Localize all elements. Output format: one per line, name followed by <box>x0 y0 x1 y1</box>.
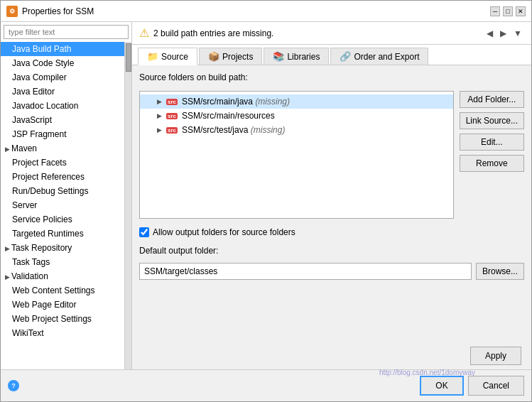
edit-button[interactable]: Edit... <box>460 134 524 151</box>
warning-bar: ⚠ 2 build path entries are missing. ◀ ▶ … <box>132 22 531 45</box>
sidebar-item-run-debug-settings[interactable]: Run/Debug Settings <box>1 184 124 198</box>
help-icon-label: ? <box>11 382 16 389</box>
tree-arrow-0: ▶ <box>157 98 162 105</box>
help-icon[interactable]: ? <box>8 380 19 391</box>
nav-scrollbar[interactable] <box>124 42 131 369</box>
output-folder-input[interactable] <box>139 263 472 280</box>
sidebar-item-web-project-settings[interactable]: Web Project Settings <box>1 312 124 326</box>
src-badge-1: src <box>166 113 178 119</box>
tree-item-label-2: SSM/src/test/java (missing) <box>182 125 285 135</box>
dialog-title: Properties for SSM <box>22 6 94 16</box>
ok-button[interactable]: OK <box>420 376 463 396</box>
warning-icon: ⚠ <box>139 26 149 40</box>
sidebar-item-java-code-style[interactable]: Java Code Style <box>1 56 124 70</box>
sidebar-item-server[interactable]: Server <box>1 198 124 212</box>
src-badge-2: src <box>166 127 178 134</box>
sidebar-item-wikitext[interactable]: WikiText <box>1 326 124 340</box>
libraries-tab-icon: 📚 <box>273 51 284 62</box>
sidebar-item-jsp-fragment[interactable]: JSP Fragment <box>1 127 124 141</box>
tab-source-label: Source <box>161 52 188 62</box>
src-badge-0: src <box>166 99 178 105</box>
source-tree[interactable]: ▶ src SSM/src/main/java (missing) ▶ src … <box>139 91 454 219</box>
output-label: Default output folder: <box>139 246 524 256</box>
nav-back-button[interactable]: ◀ <box>484 27 495 40</box>
sidebar-item-maven[interactable]: ▶Maven <box>1 141 124 156</box>
apply-button[interactable]: Apply <box>470 347 521 365</box>
sidebar-item-java-editor[interactable]: Java Editor <box>1 85 124 99</box>
title-bar: ⚙ Properties for SSM ─ □ ✕ <box>1 1 531 22</box>
sidebar-item-web-content-settings[interactable]: Web Content Settings <box>1 283 124 298</box>
maximize-button[interactable]: □ <box>503 6 513 16</box>
tree-item-0[interactable]: ▶ src SSM/src/main/java (missing) <box>140 94 453 109</box>
tab-order-export-label: Order and Export <box>354 52 419 62</box>
tab-libraries-label: Libraries <box>287 52 320 62</box>
remove-button[interactable]: Remove <box>460 155 524 172</box>
browse-button[interactable]: Browse... <box>476 263 524 280</box>
navigation-arrows: ◀ ▶ ▼ <box>484 27 524 40</box>
title-bar-left: ⚙ Properties for SSM <box>6 6 94 17</box>
tab-projects[interactable]: 📦 Projects <box>199 48 262 65</box>
bottom-right-buttons: OK Cancel <box>420 376 524 396</box>
allow-output-folders-checkbox[interactable] <box>139 227 149 237</box>
close-button[interactable]: ✕ <box>516 6 526 16</box>
action-buttons: Add Folder... Link Source... Edit... Rem… <box>460 91 524 219</box>
nav-list: Java Build Path Java Code Style Java Com… <box>1 42 124 369</box>
nav-scroll-wrapper: Java Build Path Java Code Style Java Com… <box>1 42 131 369</box>
tree-item-label-1: SSM/src/main/resources <box>182 111 275 121</box>
title-controls: ─ □ ✕ <box>490 6 526 16</box>
content-area: Java Build Path Java Code Style Java Com… <box>1 22 531 369</box>
tab-projects-label: Projects <box>222 52 253 62</box>
checkbox-label: Allow output folders for source folders <box>153 227 295 237</box>
sidebar-item-project-facets[interactable]: Project Facets <box>1 156 124 170</box>
output-folder-row: Browse... <box>139 263 524 280</box>
add-folder-button[interactable]: Add Folder... <box>460 91 524 108</box>
minimize-button[interactable]: ─ <box>490 6 500 16</box>
left-panel: Java Build Path Java Code Style Java Com… <box>1 22 132 369</box>
section-label: Source folders on build path: <box>139 72 524 82</box>
sidebar-item-java-build-path[interactable]: Java Build Path <box>1 42 124 56</box>
cancel-button[interactable]: Cancel <box>468 376 524 396</box>
tab-libraries[interactable]: 📚 Libraries <box>264 48 329 65</box>
properties-dialog: ⚙ Properties for SSM ─ □ ✕ Java Build Pa… <box>0 0 532 402</box>
bottom-bar: ? OK Cancel <box>1 369 531 401</box>
tree-item-label-0: SSM/src/main/java (missing) <box>182 97 290 107</box>
sidebar-item-javadoc-location[interactable]: Javadoc Location <box>1 99 124 113</box>
nav-forward-button[interactable]: ▶ <box>498 27 509 40</box>
projects-tab-icon: 📦 <box>208 51 219 62</box>
source-tab-icon: 📁 <box>147 51 158 62</box>
apply-row: Apply <box>132 344 531 369</box>
dialog-icon: ⚙ <box>6 6 18 17</box>
main-content: Source folders on build path: ▶ src SSM/… <box>132 65 531 344</box>
sidebar-item-validation[interactable]: ▶Validation <box>1 269 124 283</box>
sidebar-item-project-references[interactable]: Project References <box>1 170 124 184</box>
nav-scroll-thumb[interactable] <box>126 43 131 72</box>
sidebar-item-java-compiler[interactable]: Java Compiler <box>1 70 124 85</box>
sidebar-item-targeted-runtimes[interactable]: Targeted Runtimes <box>1 227 124 241</box>
tabs-bar: 📁 Source 📦 Projects 📚 Libraries 🔗 Order … <box>132 45 531 65</box>
sidebar-item-javascript[interactable]: JavaScript <box>1 113 124 127</box>
filter-input[interactable] <box>4 25 129 39</box>
tree-and-buttons: ▶ src SSM/src/main/java (missing) ▶ src … <box>139 91 524 219</box>
warning-message: 2 build path entries are missing. <box>153 28 273 38</box>
nav-dropdown-button[interactable]: ▼ <box>511 27 524 40</box>
tab-order-export[interactable]: 🔗 Order and Export <box>330 48 428 65</box>
sidebar-item-task-repository[interactable]: ▶Task Repository <box>1 241 124 255</box>
tab-source[interactable]: 📁 Source <box>138 48 197 65</box>
tree-item-1[interactable]: ▶ src SSM/src/main/resources <box>140 109 453 123</box>
tree-arrow-2: ▶ <box>157 126 162 134</box>
sidebar-item-task-tags[interactable]: Task Tags <box>1 255 124 269</box>
order-tab-icon: 🔗 <box>340 51 351 62</box>
tree-item-2[interactable]: ▶ src SSM/src/test/java (missing) <box>140 123 453 137</box>
sidebar-item-service-policies[interactable]: Service Policies <box>1 212 124 227</box>
checkbox-row: Allow output folders for source folders <box>139 227 524 237</box>
right-panel: ⚠ 2 build path entries are missing. ◀ ▶ … <box>132 22 531 369</box>
sidebar-item-web-page-editor[interactable]: Web Page Editor <box>1 298 124 312</box>
tree-arrow-1: ▶ <box>157 112 162 119</box>
link-source-button[interactable]: Link Source... <box>460 112 524 129</box>
